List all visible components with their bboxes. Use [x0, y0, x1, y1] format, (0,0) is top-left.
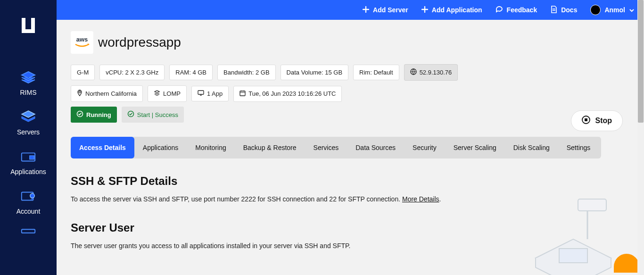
- svg-rect-8: [240, 91, 245, 96]
- ssh-title: SSH & SFTP Details: [71, 175, 471, 188]
- sidebar-item-servers[interactable]: Servers: [0, 103, 57, 142]
- spec-chip: G-M: [71, 65, 95, 80]
- server-title: wordpressapp: [98, 35, 181, 50]
- sidebar-item-label: RIMS: [20, 89, 37, 96]
- apps-chip: 1 App: [191, 86, 229, 101]
- docs-label: Docs: [561, 6, 577, 14]
- server-user-title: Server User: [71, 221, 471, 234]
- svg-point-3: [30, 193, 34, 198]
- user-menu[interactable]: Anmol: [590, 5, 635, 15]
- sidebar-item-applications[interactable]: Applications: [0, 142, 57, 182]
- spec-chip: Rim: Default: [353, 65, 399, 80]
- main-area: Add Server Add Application Feedback Docs…: [57, 0, 644, 275]
- spec-chip: RAM: 4 GB: [169, 65, 213, 80]
- stack-icon: [154, 90, 160, 98]
- server-user-description: The server user grants you access to all…: [71, 241, 471, 251]
- add-server-label: Add Server: [373, 6, 408, 14]
- feedback-label: Feedback: [507, 6, 537, 14]
- scrollbar-thumb[interactable]: [638, 0, 644, 123]
- ip-address: 52.9.130.76: [420, 69, 452, 76]
- topbar: Add Server Add Application Feedback Docs…: [57, 0, 644, 20]
- tab-disk-scaling[interactable]: Disk Scaling: [505, 137, 558, 158]
- tab-settings[interactable]: Settings: [558, 137, 599, 158]
- more-icon: [20, 228, 37, 234]
- svg-text:aws: aws: [76, 36, 88, 43]
- chevron-down-icon: [629, 6, 635, 14]
- tab-services[interactable]: Services: [305, 137, 347, 158]
- tab-security[interactable]: Security: [404, 137, 445, 158]
- more-details-link[interactable]: More Details: [402, 195, 439, 203]
- status-row: Running Start | Success: [71, 107, 630, 123]
- check-circle-icon: [76, 110, 83, 119]
- sidebar-item-rims[interactable]: RIMS: [0, 63, 57, 103]
- app-logo: [20, 14, 37, 40]
- servers-icon: [20, 109, 37, 125]
- sidebar: RIMS Servers Applications Account: [0, 0, 57, 275]
- stack-chip: LOMP: [148, 85, 187, 102]
- location-chip: Northern California: [71, 85, 143, 102]
- status-start-badge: Start | Success: [122, 107, 184, 123]
- svg-rect-1: [30, 156, 34, 159]
- account-icon: [20, 189, 37, 204]
- stop-button[interactable]: Stop: [571, 110, 623, 131]
- tab-server-scaling[interactable]: Server Scaling: [445, 137, 505, 158]
- add-server-button[interactable]: Add Server: [363, 6, 408, 14]
- docs-icon: [550, 6, 557, 15]
- created-chip: Tue, 06 Jun 2023 10:16:26 UTC: [233, 86, 342, 102]
- access-details-section: SSH & SFTP Details To access the server …: [71, 158, 471, 251]
- sidebar-item-label: Applications: [10, 168, 46, 175]
- ip-chip[interactable]: 52.9.130.76: [404, 64, 458, 81]
- tab-data-sources[interactable]: Data Sources: [347, 137, 404, 158]
- check-circle-icon: [127, 110, 134, 119]
- server-tabs: Access Details Applications Monitoring B…: [71, 137, 601, 158]
- add-application-button[interactable]: Add Application: [421, 6, 482, 14]
- docs-button[interactable]: Docs: [550, 6, 577, 15]
- spec-chip: Bandwidth: 2 GB: [217, 65, 276, 80]
- plus-icon: [421, 6, 428, 14]
- chat-icon: [495, 6, 503, 15]
- chat-widget[interactable]: [614, 254, 639, 273]
- feedback-button[interactable]: Feedback: [495, 6, 537, 15]
- svg-rect-7: [198, 91, 204, 94]
- avatar-icon: [590, 5, 601, 15]
- monitor-icon: [198, 90, 204, 97]
- plus-icon: [363, 6, 369, 14]
- server-specs-row-2: Northern California LOMP 1 App Tue, 06 J…: [71, 85, 630, 102]
- user-name: Anmol: [604, 6, 625, 14]
- svg-rect-12: [585, 118, 587, 121]
- sidebar-item-account[interactable]: Account: [0, 182, 57, 222]
- stop-label: Stop: [595, 117, 612, 125]
- rims-icon: [20, 70, 37, 85]
- server-specs-row-1: G-M vCPU: 2 X 2.3 GHz RAM: 4 GB Bandwidt…: [71, 64, 630, 81]
- svg-rect-4: [22, 229, 35, 233]
- add-application-label: Add Application: [432, 6, 482, 14]
- pin-icon: [77, 90, 83, 98]
- server-header: aws wordpressapp: [71, 31, 630, 54]
- tab-applications[interactable]: Applications: [134, 137, 187, 158]
- aws-provider-icon: aws: [71, 31, 93, 54]
- applications-icon: [20, 149, 37, 164]
- sidebar-item-label: Account: [17, 208, 41, 215]
- sidebar-item-label: Servers: [17, 128, 40, 136]
- status-running-badge: Running: [71, 107, 117, 123]
- calendar-icon: [239, 90, 246, 98]
- tab-monitoring[interactable]: Monitoring: [187, 137, 234, 158]
- globe-icon: [410, 68, 417, 76]
- spec-chip: Data Volume: 15 GB: [281, 65, 349, 80]
- ssh-description: To access the server via SSH and SFTP, u…: [71, 194, 471, 204]
- sidebar-item-more[interactable]: [0, 222, 57, 234]
- content: aws wordpressapp G-M vCPU: 2 X 2.3 GHz R…: [57, 20, 644, 275]
- tab-backup-restore[interactable]: Backup & Restore: [235, 137, 305, 158]
- svg-rect-13: [578, 199, 606, 211]
- tab-access-details[interactable]: Access Details: [71, 137, 134, 158]
- scrollbar[interactable]: [637, 0, 644, 275]
- stop-icon: [582, 116, 590, 126]
- spec-chip: vCPU: 2 X 2.3 GHz: [99, 65, 165, 80]
